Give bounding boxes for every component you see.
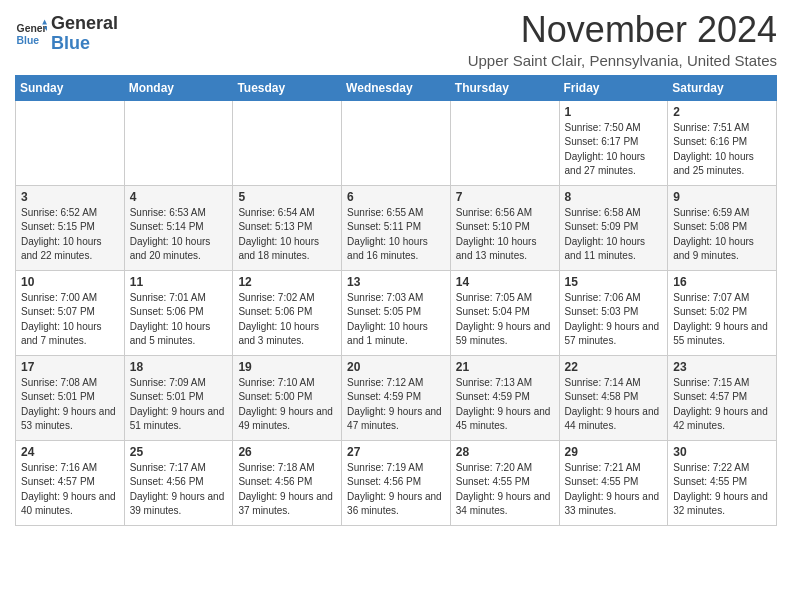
day-info: Sunrise: 7:16 AM Sunset: 4:57 PM Dayligh…: [21, 461, 119, 519]
calendar-cell: [450, 100, 559, 185]
title-area: November 2024 Upper Saint Clair, Pennsyl…: [468, 10, 777, 69]
page-header: General Blue General Blue November 2024 …: [15, 10, 777, 69]
svg-marker-2: [42, 19, 47, 24]
calendar-cell: 10Sunrise: 7:00 AM Sunset: 5:07 PM Dayli…: [16, 270, 125, 355]
calendar-cell: 25Sunrise: 7:17 AM Sunset: 4:56 PM Dayli…: [124, 440, 233, 525]
calendar-cell: 27Sunrise: 7:19 AM Sunset: 4:56 PM Dayli…: [342, 440, 451, 525]
logo-text: General Blue: [51, 14, 118, 54]
svg-text:Blue: Blue: [17, 34, 40, 45]
day-number: 24: [21, 445, 119, 459]
calendar-week-row: 10Sunrise: 7:00 AM Sunset: 5:07 PM Dayli…: [16, 270, 777, 355]
day-info: Sunrise: 7:17 AM Sunset: 4:56 PM Dayligh…: [130, 461, 228, 519]
month-title: November 2024: [468, 10, 777, 50]
calendar-cell: 22Sunrise: 7:14 AM Sunset: 4:58 PM Dayli…: [559, 355, 668, 440]
day-info: Sunrise: 7:15 AM Sunset: 4:57 PM Dayligh…: [673, 376, 771, 434]
day-number: 9: [673, 190, 771, 204]
day-number: 23: [673, 360, 771, 374]
day-number: 14: [456, 275, 554, 289]
day-info: Sunrise: 7:20 AM Sunset: 4:55 PM Dayligh…: [456, 461, 554, 519]
calendar-cell: 8Sunrise: 6:58 AM Sunset: 5:09 PM Daylig…: [559, 185, 668, 270]
calendar-cell: 13Sunrise: 7:03 AM Sunset: 5:05 PM Dayli…: [342, 270, 451, 355]
day-info: Sunrise: 7:02 AM Sunset: 5:06 PM Dayligh…: [238, 291, 336, 349]
day-number: 8: [565, 190, 663, 204]
weekday-header: Thursday: [450, 75, 559, 100]
day-info: Sunrise: 7:18 AM Sunset: 4:56 PM Dayligh…: [238, 461, 336, 519]
day-number: 15: [565, 275, 663, 289]
day-info: Sunrise: 7:22 AM Sunset: 4:55 PM Dayligh…: [673, 461, 771, 519]
calendar-cell: 14Sunrise: 7:05 AM Sunset: 5:04 PM Dayli…: [450, 270, 559, 355]
calendar-cell: 30Sunrise: 7:22 AM Sunset: 4:55 PM Dayli…: [668, 440, 777, 525]
day-info: Sunrise: 7:10 AM Sunset: 5:00 PM Dayligh…: [238, 376, 336, 434]
calendar-cell: 7Sunrise: 6:56 AM Sunset: 5:10 PM Daylig…: [450, 185, 559, 270]
day-info: Sunrise: 6:55 AM Sunset: 5:11 PM Dayligh…: [347, 206, 445, 264]
weekday-header: Tuesday: [233, 75, 342, 100]
day-info: Sunrise: 7:01 AM Sunset: 5:06 PM Dayligh…: [130, 291, 228, 349]
calendar-cell: 11Sunrise: 7:01 AM Sunset: 5:06 PM Dayli…: [124, 270, 233, 355]
day-number: 6: [347, 190, 445, 204]
location-subtitle: Upper Saint Clair, Pennsylvania, United …: [468, 52, 777, 69]
svg-text:General: General: [17, 23, 47, 34]
calendar-cell: 4Sunrise: 6:53 AM Sunset: 5:14 PM Daylig…: [124, 185, 233, 270]
calendar-cell: 1Sunrise: 7:50 AM Sunset: 6:17 PM Daylig…: [559, 100, 668, 185]
calendar-cell: 21Sunrise: 7:13 AM Sunset: 4:59 PM Dayli…: [450, 355, 559, 440]
day-info: Sunrise: 7:19 AM Sunset: 4:56 PM Dayligh…: [347, 461, 445, 519]
day-number: 27: [347, 445, 445, 459]
calendar-cell: [233, 100, 342, 185]
calendar-cell: 9Sunrise: 6:59 AM Sunset: 5:08 PM Daylig…: [668, 185, 777, 270]
calendar-cell: 6Sunrise: 6:55 AM Sunset: 5:11 PM Daylig…: [342, 185, 451, 270]
weekday-header: Sunday: [16, 75, 125, 100]
calendar-week-row: 24Sunrise: 7:16 AM Sunset: 4:57 PM Dayli…: [16, 440, 777, 525]
day-number: 1: [565, 105, 663, 119]
day-number: 3: [21, 190, 119, 204]
calendar-week-row: 3Sunrise: 6:52 AM Sunset: 5:15 PM Daylig…: [16, 185, 777, 270]
weekday-header: Monday: [124, 75, 233, 100]
day-number: 28: [456, 445, 554, 459]
calendar-cell: [16, 100, 125, 185]
day-info: Sunrise: 7:03 AM Sunset: 5:05 PM Dayligh…: [347, 291, 445, 349]
day-info: Sunrise: 7:08 AM Sunset: 5:01 PM Dayligh…: [21, 376, 119, 434]
calendar-cell: 20Sunrise: 7:12 AM Sunset: 4:59 PM Dayli…: [342, 355, 451, 440]
weekday-header: Wednesday: [342, 75, 451, 100]
day-number: 4: [130, 190, 228, 204]
day-number: 20: [347, 360, 445, 374]
day-info: Sunrise: 7:21 AM Sunset: 4:55 PM Dayligh…: [565, 461, 663, 519]
calendar-cell: [342, 100, 451, 185]
day-info: Sunrise: 7:50 AM Sunset: 6:17 PM Dayligh…: [565, 121, 663, 179]
calendar-cell: 23Sunrise: 7:15 AM Sunset: 4:57 PM Dayli…: [668, 355, 777, 440]
day-info: Sunrise: 7:51 AM Sunset: 6:16 PM Dayligh…: [673, 121, 771, 179]
calendar-table: SundayMondayTuesdayWednesdayThursdayFrid…: [15, 75, 777, 526]
day-info: Sunrise: 7:06 AM Sunset: 5:03 PM Dayligh…: [565, 291, 663, 349]
calendar-header-row: SundayMondayTuesdayWednesdayThursdayFrid…: [16, 75, 777, 100]
day-number: 5: [238, 190, 336, 204]
calendar-cell: 29Sunrise: 7:21 AM Sunset: 4:55 PM Dayli…: [559, 440, 668, 525]
calendar-cell: 28Sunrise: 7:20 AM Sunset: 4:55 PM Dayli…: [450, 440, 559, 525]
day-number: 16: [673, 275, 771, 289]
day-number: 7: [456, 190, 554, 204]
day-info: Sunrise: 6:58 AM Sunset: 5:09 PM Dayligh…: [565, 206, 663, 264]
day-info: Sunrise: 6:52 AM Sunset: 5:15 PM Dayligh…: [21, 206, 119, 264]
day-info: Sunrise: 7:14 AM Sunset: 4:58 PM Dayligh…: [565, 376, 663, 434]
calendar-week-row: 1Sunrise: 7:50 AM Sunset: 6:17 PM Daylig…: [16, 100, 777, 185]
day-number: 21: [456, 360, 554, 374]
day-number: 30: [673, 445, 771, 459]
calendar-cell: 3Sunrise: 6:52 AM Sunset: 5:15 PM Daylig…: [16, 185, 125, 270]
day-number: 2: [673, 105, 771, 119]
calendar-cell: 12Sunrise: 7:02 AM Sunset: 5:06 PM Dayli…: [233, 270, 342, 355]
day-info: Sunrise: 7:05 AM Sunset: 5:04 PM Dayligh…: [456, 291, 554, 349]
day-info: Sunrise: 7:00 AM Sunset: 5:07 PM Dayligh…: [21, 291, 119, 349]
day-number: 19: [238, 360, 336, 374]
day-number: 10: [21, 275, 119, 289]
day-number: 29: [565, 445, 663, 459]
calendar-cell: [124, 100, 233, 185]
day-info: Sunrise: 7:13 AM Sunset: 4:59 PM Dayligh…: [456, 376, 554, 434]
day-number: 26: [238, 445, 336, 459]
day-number: 13: [347, 275, 445, 289]
day-info: Sunrise: 7:09 AM Sunset: 5:01 PM Dayligh…: [130, 376, 228, 434]
calendar-cell: 24Sunrise: 7:16 AM Sunset: 4:57 PM Dayli…: [16, 440, 125, 525]
weekday-header: Saturday: [668, 75, 777, 100]
day-info: Sunrise: 7:12 AM Sunset: 4:59 PM Dayligh…: [347, 376, 445, 434]
calendar-cell: 2Sunrise: 7:51 AM Sunset: 6:16 PM Daylig…: [668, 100, 777, 185]
day-number: 22: [565, 360, 663, 374]
logo: General Blue General Blue: [15, 10, 118, 54]
calendar-cell: 16Sunrise: 7:07 AM Sunset: 5:02 PM Dayli…: [668, 270, 777, 355]
